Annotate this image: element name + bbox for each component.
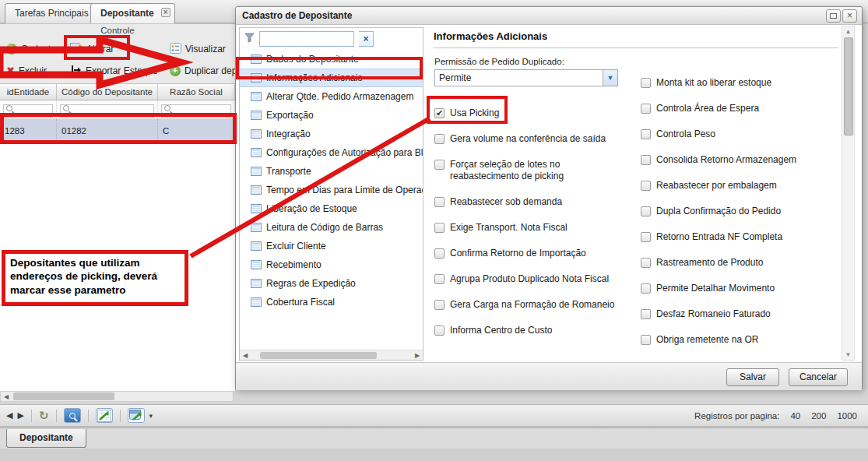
checkbox[interactable] — [434, 134, 445, 144]
scroll-left-icon[interactable]: ◀ — [1, 393, 12, 400]
exportar-estoque-button[interactable]: Exportar Estoque — [70, 62, 158, 79]
checkbox[interactable] — [641, 129, 651, 139]
checkbox[interactable] — [641, 155, 651, 165]
clear-filter-icon[interactable]: × — [359, 31, 374, 47]
page-size-1000[interactable]: 1000 — [837, 411, 857, 421]
checkbox[interactable] — [641, 258, 651, 268]
checkbox-informa-centro-custo[interactable]: Informa Centro de Custo — [434, 326, 631, 336]
checkbox[interactable] — [641, 78, 651, 88]
checkbox-gera-carga-romaneio[interactable]: Gera Carga na Formação de Romaneio — [434, 300, 631, 311]
tab-tarefas-principais[interactable]: Tarefas Principais — [5, 3, 99, 23]
tree-item-recebimento[interactable]: Recebimento — [240, 255, 423, 274]
checkbox-desfaz-romaneio[interactable]: Desfaz Romaneio Faturado — [641, 309, 835, 320]
checkbox-reabastecer-sob-demanda[interactable]: Reabastecer sob demanda — [434, 197, 631, 208]
checkbox-permite-detalhar[interactable]: Permite Detalhar Movimento — [641, 283, 835, 294]
search-button[interactable] — [64, 408, 81, 423]
column-header-razao-social[interactable]: Razão Social — [158, 84, 235, 100]
visualizar-button[interactable]: Visualizar — [170, 40, 226, 58]
checkbox[interactable]: ✔ — [434, 108, 445, 118]
page-size-40[interactable]: 40 — [790, 411, 800, 421]
tree-item-config-autorizacao[interactable]: Configurações de Autorização para Bloqu — [240, 143, 423, 162]
tree-item-integracao[interactable]: Integração — [240, 125, 423, 143]
column-header-identidade[interactable]: idEntidade — [0, 84, 57, 100]
tree-item-regras-expedicao[interactable]: Regras de Expedição — [240, 274, 423, 293]
scrollbar-thumb[interactable] — [844, 37, 853, 135]
tree-item-transporte[interactable]: Transporte — [240, 162, 423, 181]
export-chart-button[interactable] — [96, 408, 113, 423]
grid-row-selected[interactable]: 1283 01282 C — [0, 119, 235, 143]
checkbox[interactable] — [641, 335, 651, 345]
next-page-icon[interactable]: ▶ — [17, 410, 23, 421]
refresh-icon[interactable]: ↻ — [39, 409, 49, 423]
prev-page-icon[interactable]: ◀ — [6, 410, 12, 421]
excluir-button[interactable]: ✖ Excluir — [6, 62, 47, 79]
close-icon[interactable]: × — [842, 9, 857, 23]
checkbox-consolida-retorno[interactable]: Consolida Retorno Armazenagem — [641, 155, 835, 166]
checkbox-rastreamento-produto[interactable]: Rastreamento de Produto — [641, 258, 835, 269]
tree-item-excluir-cliente[interactable]: Excluir Cliente — [240, 237, 423, 255]
tree-item-tempo-em-dias[interactable]: Tempo em Dias para Limite de Operação — [240, 181, 423, 199]
combo-arrow-icon[interactable]: ▼ — [603, 70, 617, 86]
column-header-codigo[interactable]: Código do Depositante — [57, 84, 158, 100]
tree-item-dados-do-depositante[interactable]: Dados do Depositante — [240, 50, 423, 69]
dialog-title-bar[interactable]: Cadastro de Depositante × — [236, 7, 862, 25]
tree-item-cobertura-fiscal[interactable]: Cobertura Fiscal — [240, 293, 423, 311]
checkbox[interactable] — [641, 206, 651, 216]
cancel-button[interactable]: Cancelar — [789, 368, 848, 386]
checkbox-exige-transport-nf[interactable]: Exige Transport. Nota Fiscal — [434, 223, 631, 234]
save-button[interactable]: Salvar — [726, 368, 779, 386]
scroll-left-icon[interactable]: ◀ — [240, 352, 251, 359]
checkbox-controla-area-espera[interactable]: Controla Área de Espera — [641, 104, 835, 114]
checkbox[interactable] — [434, 248, 445, 259]
alterar-button[interactable]: Alterar — [70, 40, 114, 58]
checkbox-obriga-remetente[interactable]: Obriga remetente na OR — [641, 335, 835, 346]
checkbox-agrupa-produto-duplicado[interactable]: Agrupa Produto Duplicado Nota Fiscal — [434, 274, 631, 285]
cadastrar-button[interactable]: + Cadastrar — [6, 40, 62, 58]
tab-close-icon[interactable]: × — [161, 8, 170, 17]
checkbox[interactable] — [434, 197, 445, 207]
checkbox[interactable] — [641, 104, 651, 114]
checkbox-confirma-retorno-importacao[interactable]: Confirma Retorno de Importação — [434, 248, 631, 259]
scroll-right-icon[interactable]: ▶ — [412, 352, 423, 359]
checkbox-monta-kit[interactable]: Monta kit ao liberar estoque — [641, 78, 835, 89]
tree-filter-input[interactable] — [259, 31, 354, 47]
filter-razao-input[interactable] — [161, 104, 231, 118]
checkbox[interactable] — [641, 283, 651, 294]
filter-codigo-input[interactable] — [60, 104, 154, 118]
page-size-200[interactable]: 200 — [811, 411, 826, 421]
checkbox[interactable] — [641, 232, 651, 242]
tree-item-informacoes-adicionais[interactable]: Informações Adicionais — [240, 69, 423, 87]
checkbox-gera-volume[interactable]: Gera volume na conferência de saída — [434, 134, 631, 145]
scrollbar-thumb[interactable] — [13, 392, 114, 400]
bottom-tab-depositante[interactable]: Depositante — [6, 429, 86, 448]
checkbox-controla-peso[interactable]: Controla Peso — [641, 129, 835, 140]
checkbox-forcar-selecao-lotes[interactable]: Forçar seleção de lotes no reabastecimen… — [434, 160, 631, 182]
grid-horizontal-scrollbar[interactable]: ◀ — [0, 391, 234, 402]
tree-horizontal-scrollbar[interactable]: ◀ ▶ — [240, 350, 423, 360]
tree-item-alterar-qtde[interactable]: Alterar Qtde. Pedido Armazenagem — [240, 87, 423, 106]
panel-vertical-scrollbar[interactable]: ▲ ▼ — [842, 26, 855, 361]
checkbox[interactable] — [434, 274, 445, 284]
dropdown-caret-icon[interactable]: ▾ — [149, 412, 153, 420]
scroll-up-icon[interactable]: ▲ — [842, 28, 854, 35]
checkbox[interactable] — [434, 326, 445, 336]
scroll-down-icon[interactable]: ▼ — [842, 351, 854, 358]
checkbox[interactable] — [434, 223, 445, 233]
checkbox[interactable] — [434, 160, 445, 170]
duplicate-permission-combo[interactable]: Permite ▼ — [434, 69, 618, 86]
checkbox[interactable] — [641, 181, 651, 191]
checkbox-retorno-entrada-nf[interactable]: Retorno Entrada NF Completa — [641, 232, 835, 243]
export-window-button[interactable] — [128, 408, 145, 423]
tree-item-liberacao-estoque[interactable]: Liberação de Estoque — [240, 199, 423, 218]
scrollbar-thumb[interactable] — [260, 352, 377, 359]
checkbox[interactable] — [641, 309, 651, 319]
checkbox-dupla-confirmacao[interactable]: Dupla Confirmação do Pedido — [641, 206, 835, 217]
checkbox-usa-picking[interactable]: ✔Usa Picking — [434, 108, 631, 119]
checkbox-label: Consolida Retorno Armazenagem — [656, 154, 796, 166]
checkbox[interactable] — [434, 300, 445, 310]
tree-item-exportacao[interactable]: Exportação — [240, 106, 423, 125]
maximize-icon[interactable] — [826, 9, 841, 23]
tab-depositante[interactable]: Depositante × — [90, 3, 175, 23]
checkbox-reabastecer-embalagem[interactable]: Reabastecer por embalagem — [641, 181, 835, 192]
tree-item-leitura-codigo-barras[interactable]: Leitura de Código de Barras — [240, 218, 423, 237]
